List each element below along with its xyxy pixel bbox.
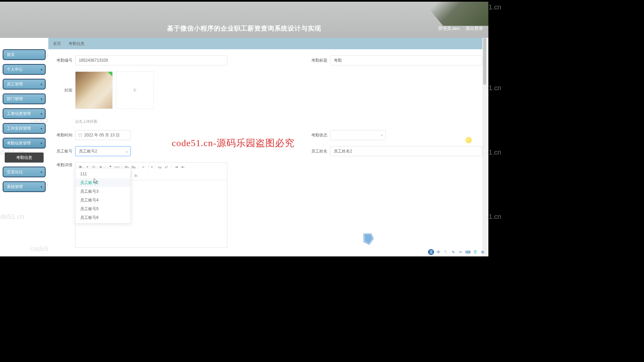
ime-toolbar: 王 中 °, ✎ ✄ ⌨ 👕 ⚙ <box>428 249 486 255</box>
page-title: 基于微信小程序的企业职工薪资查询系统设计与实现 <box>0 24 488 33</box>
sidebar-item-department[interactable]: 部门管理▾ <box>3 94 46 104</box>
sidebar-item-label: 工资信息管理 <box>7 111 31 117</box>
editor-sub-button[interactable]: x₂ <box>157 164 163 170</box>
select-employee-account[interactable]: 员工账号2 ▴ <box>75 146 131 156</box>
input-attendance-id[interactable] <box>75 55 227 65</box>
dropdown-option[interactable]: 员工账号4 <box>75 196 130 204</box>
chevron-down-icon: ▾ <box>41 185 42 189</box>
label-cover: 封面 <box>53 71 75 93</box>
chevron-down-icon: ▾ <box>381 133 383 137</box>
sidebar-item-label: 系统管理 <box>7 184 23 190</box>
sidebar: 首页 个人中心▾ 员工管理▾ 部门管理▾ 工资信息管理▾ 工作安排管理▾ 考勤信… <box>0 38 48 256</box>
ime-settings-icon[interactable]: ⚙ <box>480 249 486 255</box>
logout-link[interactable]: 退出登录 <box>466 25 483 32</box>
page-header: 基于微信小程序的企业职工薪资查询系统设计与实现 管理员 abo 退出登录 <box>0 2 488 38</box>
input-attendance-date[interactable]: 2022 年 05 月 13 日 <box>75 130 131 140</box>
sidebar-item-label: 考勤信息管理 <box>7 140 31 146</box>
dropdown-option[interactable]: 111 <box>75 170 130 178</box>
sidebar-item-profile[interactable]: 个人中心▾ <box>3 64 46 75</box>
sidebar-item-attendance[interactable]: 考勤信息管理▾ <box>3 138 46 148</box>
chevron-down-icon: ▾ <box>41 112 42 116</box>
sidebar-item-label: 交流论坛 <box>7 169 23 175</box>
label-employee-account: 员工账号 <box>53 148 75 154</box>
chevron-down-icon: ▾ <box>41 82 42 86</box>
moon-icon <box>466 137 472 143</box>
plus-icon: + <box>133 86 137 95</box>
input-attendance-title[interactable] <box>330 55 482 65</box>
cover-upload-button[interactable]: + <box>116 71 154 109</box>
ime-cn-icon[interactable]: 中 <box>435 249 441 255</box>
sidebar-item-salary[interactable]: 工资信息管理▾ <box>3 108 46 119</box>
label-attendance-title: 考勤标题 <box>308 58 330 63</box>
select-attendance-status[interactable]: ▾ <box>330 130 386 140</box>
label-attendance-status: 考勤状态 <box>308 132 330 138</box>
dropdown-option[interactable]: 员工账号5 <box>75 204 130 213</box>
chevron-down-icon: ▾ <box>41 141 42 145</box>
ime-scissors-icon[interactable]: ✄ <box>458 249 464 255</box>
cover-thumbnail[interactable] <box>75 71 113 109</box>
ime-main-icon[interactable]: 王 <box>428 249 434 255</box>
sidebar-item-schedule[interactable]: 工作安排管理▾ <box>3 123 46 134</box>
editor-sup-button[interactable]: x² <box>163 164 169 170</box>
editor-indent-button[interactable]: ⇥ <box>173 164 179 170</box>
ime-keyboard-icon[interactable]: ⌨ <box>465 249 471 255</box>
dropdown-option[interactable]: 员工账号2 <box>75 178 130 187</box>
editor-h2-button[interactable]: H₂ <box>130 164 137 170</box>
chevron-up-icon: ▴ <box>126 149 128 153</box>
ime-edit-icon[interactable]: ✎ <box>450 249 456 255</box>
cover-hint: 点击上传封面 <box>75 119 154 124</box>
scrollbar[interactable] <box>482 38 487 256</box>
sidebar-item-label: 首页 <box>7 52 15 58</box>
editor-ol-button[interactable]: ≡ <box>140 164 146 170</box>
chevron-down-icon: ▾ <box>41 170 42 174</box>
sidebar-item-label: 个人中心 <box>7 67 23 72</box>
sidebar-item-label: 员工管理 <box>7 81 23 87</box>
editor-outdent-button[interactable]: ⇤ <box>180 164 186 170</box>
sidebar-sub-attendance-info[interactable]: 考勤信息 <box>5 153 44 163</box>
sidebar-item-system[interactable]: 系统管理▾ <box>3 181 46 192</box>
breadcrumb-tabs: 首页 考勤信息 <box>48 38 487 49</box>
date-value: 2022 年 05 月 13 日 <box>84 132 120 138</box>
label-attendance-detail: 考勤详情 <box>53 162 75 168</box>
tab-home[interactable]: 首页 <box>53 41 61 47</box>
decoration-blob <box>362 232 376 246</box>
label-attendance-time: 考勤时间 <box>53 132 75 138</box>
select-value: 员工账号2 <box>79 148 97 154</box>
chevron-down-icon: ▾ <box>41 68 42 71</box>
label-attendance-id: 考勤编号 <box>53 58 75 63</box>
ime-shirt-icon[interactable]: 👕 <box>472 249 478 255</box>
editor-clear-format-button[interactable]: Tx <box>133 173 139 179</box>
employee-account-dropdown: 111 员工账号2 员工账号3 员工账号4 员工账号5 员工账号6 <box>75 168 131 224</box>
tab-attendance[interactable]: 考勤信息 <box>68 41 85 47</box>
sidebar-item-forum[interactable]: 交流论坛▾ <box>3 167 46 177</box>
chevron-down-icon: ▾ <box>41 127 42 130</box>
sidebar-item-employee[interactable]: 员工管理▾ <box>3 79 46 89</box>
scrollbar-thumb[interactable] <box>483 38 486 85</box>
dropdown-option[interactable]: 员工账号6 <box>75 213 130 222</box>
sidebar-item-home[interactable]: 首页 <box>3 49 46 60</box>
sidebar-item-label: 部门管理 <box>7 96 23 102</box>
chevron-down-icon: ▾ <box>41 97 42 101</box>
sidebar-item-label: 工作安排管理 <box>7 126 31 131</box>
dropdown-option[interactable]: 员工账号3 <box>75 187 130 196</box>
calendar-icon <box>78 133 82 137</box>
admin-user-link[interactable]: 管理员 abo <box>438 25 460 32</box>
ime-punct-icon[interactable]: °, <box>443 249 449 255</box>
svg-rect-0 <box>79 134 82 137</box>
content-panel: 首页 考勤信息 考勤编号 考勤标题 <box>48 38 487 256</box>
input-employee-name[interactable] <box>330 146 482 156</box>
editor-ul-button[interactable]: ⋮≡ <box>147 164 153 170</box>
label-employee-name: 员工姓名 <box>308 148 330 154</box>
